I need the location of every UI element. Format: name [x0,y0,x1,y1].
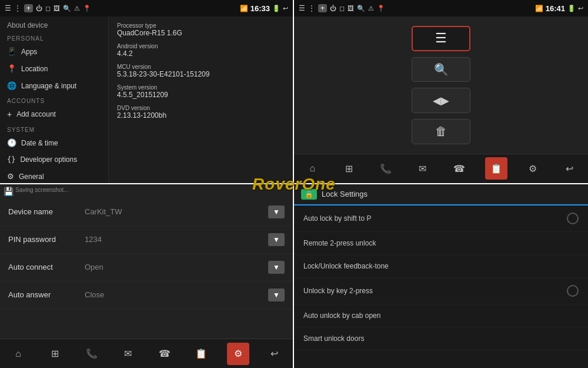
menu-btn-trash[interactable]: 🗑 [412,119,470,144]
settings-item-date[interactable]: 🕐 Date & time [0,134,108,151]
loc-icon-p1: 📍 [83,5,91,12]
more-icon-p2: ⋮ [308,4,315,12]
lock-item-5[interactable]: Smart unlock doors [294,327,588,350]
add-btn-p1[interactable]: + [24,4,33,12]
bottom-nav-p3: ⌂ ⊞ 📞 ✉ ☎ 📋 ⚙ ↩ [0,339,293,368]
search2-icon-p2: 🔍 [357,5,365,12]
menu-btn-nav[interactable]: ◀▶ [412,88,470,113]
processor-value: QuadCore-R15 1.6G [117,29,285,37]
lock-item-4[interactable]: Auto unlock by cab open [294,304,588,327]
nav-home-p2[interactable]: ⌂ [301,157,323,180]
nav-clipboard-p3[interactable]: 📋 [190,343,212,365]
about-device-title: About device [0,16,108,34]
lock-items-list: Auto lock by shift to P Remote 2-press u… [294,205,588,350]
menu-btn-list[interactable]: ☰ [412,26,470,51]
battery-icon-p2: 🔋 [567,5,576,12]
bt-dropdown-pin[interactable]: ▼ [268,233,285,246]
android-label: Android version [117,43,285,49]
nav-clipboard-p2[interactable]: 📋 [485,157,507,180]
system-ver-value: 4.5.5_20151209 [117,91,285,99]
lock-item-2[interactable]: Lock/Unlock feedback-tone [294,255,588,278]
photo-icon-p1: 🖼 [54,5,60,12]
panel-menu: ☰ ⋮ + ⏻ ◻ 🖼 🔍 ⚠ 📍 📶 16:41 🔋 ↩ [294,0,588,184]
lock-toggle-3[interactable] [567,285,579,297]
settings-item-location[interactable]: 📍 Location [0,60,108,77]
location-icon: 📍 [7,64,16,73]
save-icon: 💾 [4,187,14,196]
apps-icon: 📱 [7,47,16,56]
nav-back-p3[interactable]: ↩ [263,343,286,365]
nav-settings-p3[interactable]: ⚙ [227,343,249,365]
nav-settings-p2[interactable]: ⚙ [522,157,544,180]
lock-toggle-0[interactable] [567,213,579,224]
bt-label-device: Device name [8,207,79,216]
mcu-label: MCU version [117,64,285,70]
bt-row-connect: Auto connect Open ▼ [0,254,293,281]
bt-dropdown-device[interactable]: ▼ [268,205,285,218]
lock-item-label-4: Auto unlock by cab open [303,311,380,320]
bt-value-connect: Open [85,263,262,271]
settings-left-nav: About device PERSONAL 📱 Apps 📍 Location … [0,16,109,183]
nav-call-p3[interactable]: ☎ [153,343,176,365]
back-icon-p2: ↩ [578,5,583,12]
list-icon: ☰ [435,31,447,46]
lock-item-0[interactable]: Auto lock by shift to P [294,205,588,232]
bottom-nav-p2: ⌂ ⊞ 📞 ✉ ☎ 📋 ⚙ ↩ [294,154,588,183]
menu-icon-p2: ☰ [299,4,305,12]
add-btn-p2[interactable]: + [318,4,327,12]
bt-dropdown-connect[interactable]: ▼ [268,261,285,274]
general-icon: ⚙ [7,172,14,181]
lock-item-label-0: Auto lock by shift to P [303,214,371,223]
bt-dropdown-answer[interactable]: ▼ [268,289,285,301]
system-label: SYSTEM [0,123,108,134]
settings-item-developer[interactable]: {} Developer options [0,151,108,168]
settings-item-language[interactable]: 🌐 Language & input [0,77,108,94]
language-icon: 🌐 [7,81,16,90]
panel-bluetooth: 💾 Saving screenshot... Device name CarKi… [0,184,294,369]
menu-btn-search[interactable]: 🔍 [412,57,470,82]
dvd-value: 2.13.13-1200bh [117,111,285,120]
wifi-icon-p1: 📶 [240,5,248,12]
about-system: System version 4.5.5_20151209 [117,84,285,99]
system-ver-label: System version [117,84,285,91]
lock-item-label-2: Lock/Unlock feedback-tone [303,262,389,270]
power-icon-p1: ⏻ [36,5,42,12]
warn-icon-p1: ⚠ [74,5,80,12]
lock-item-1[interactable]: Remote 2-press unlock [294,232,588,255]
settings-item-add-account[interactable]: + Add account [0,105,108,123]
nav-home-p3[interactable]: ⌂ [7,343,29,365]
nav-msg-p2[interactable]: ✉ [412,157,434,180]
back-icon-p1: ↩ [283,5,288,12]
accounts-label: ACCOUNTS [0,94,108,105]
time-p1: 16:33 [250,4,270,13]
menu-icon-p1: ☰ [5,4,11,12]
bt-value-answer: Close [85,290,262,299]
add-account-icon: + [7,110,12,119]
date-icon: 🕐 [7,138,16,147]
settings-item-apps[interactable]: 📱 Apps [0,43,108,60]
nav-phone-p2[interactable]: 📞 [375,157,397,180]
nav-back-p2[interactable]: ↩ [559,157,581,180]
dvd-label: DVD version [117,105,285,111]
bt-value-pin: 1234 [85,235,262,244]
nav-grid-p3[interactable]: ⊞ [44,343,66,365]
developer-icon: {} [7,155,15,164]
lock-item-3[interactable]: Unlock by key 2-press [294,278,588,304]
lock-header-icon: 🔒 [301,189,317,200]
lock-item-label-3: Unlock by key 2-press [303,287,373,295]
bt-label-connect: Auto connect [8,263,79,271]
personal-label: PERSONAL [0,34,108,43]
nav-msg-p3[interactable]: ✉ [117,343,139,365]
about-android: Android version 4.4.2 [117,43,285,58]
panel-settings: ☰ ⋮ + ⏻ ◻ 🖼 🔍 ⚠ 📍 📶 16:33 🔋 ↩ [0,0,294,184]
nav-call-p2[interactable]: ☎ [448,157,470,180]
lock-item-label-5: Smart unlock doors [303,334,364,343]
nav-grid-p2[interactable]: ⊞ [338,157,360,180]
photo2-icon-p2: 🖼 [348,5,354,12]
bt-label-pin: PIN password [8,235,79,244]
mcu-value: 5.3.18-23-30-E42101-151209 [117,70,285,78]
settings-item-general[interactable]: ⚙ General [0,168,108,183]
nav-phone-p3[interactable]: 📞 [81,343,103,365]
about-processor: Processor type QuadCore-R15 1.6G [117,22,285,37]
about-content: Processor type QuadCore-R15 1.6G Android… [109,16,293,183]
